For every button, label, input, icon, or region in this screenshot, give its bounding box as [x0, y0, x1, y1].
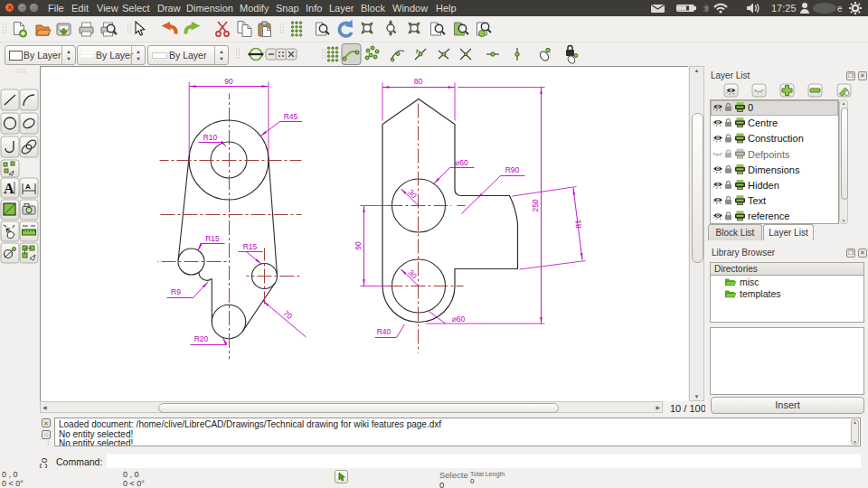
svg-text:30: 30 — [406, 268, 419, 281]
svg-text:templates: templates — [740, 288, 781, 299]
svg-text:⌀60: ⌀60 — [452, 314, 466, 324]
svg-text:90: 90 — [354, 241, 363, 250]
svg-text:R15: R15 — [205, 234, 220, 243]
svg-text:Dimensions: Dimensions — [748, 164, 800, 175]
svg-text:misc: misc — [740, 277, 760, 287]
svg-text:R9: R9 — [171, 287, 181, 296]
svg-text:A: A — [4, 181, 14, 196]
svg-text:70: 70 — [282, 308, 295, 321]
svg-text:R45: R45 — [284, 112, 298, 121]
svg-text:0: 0 — [748, 102, 753, 113]
svg-text:⌀60: ⌀60 — [455, 158, 468, 167]
svg-text:R40: R40 — [377, 327, 392, 336]
svg-text:90: 90 — [224, 77, 233, 86]
svg-text:81: 81 — [573, 219, 583, 229]
svg-text:Defpoints: Defpoints — [748, 149, 790, 160]
svg-text:Text: Text — [748, 195, 766, 206]
svg-text:30: 30 — [406, 188, 419, 201]
svg-text:Construction: Construction — [748, 133, 804, 144]
svg-text:R90: R90 — [505, 165, 520, 174]
svg-text:R10: R10 — [203, 133, 218, 142]
svg-text:80: 80 — [414, 77, 423, 86]
svg-text:e: e — [837, 4, 843, 14]
svg-text:R15: R15 — [243, 242, 258, 251]
svg-text:reference: reference — [748, 211, 789, 221]
svg-text:R20: R20 — [194, 334, 209, 343]
svg-text:Hidden: Hidden — [748, 180, 779, 191]
svg-text:Centre: Centre — [748, 117, 778, 128]
svg-text:250: 250 — [531, 199, 540, 211]
svg-text:A: A — [25, 183, 31, 191]
